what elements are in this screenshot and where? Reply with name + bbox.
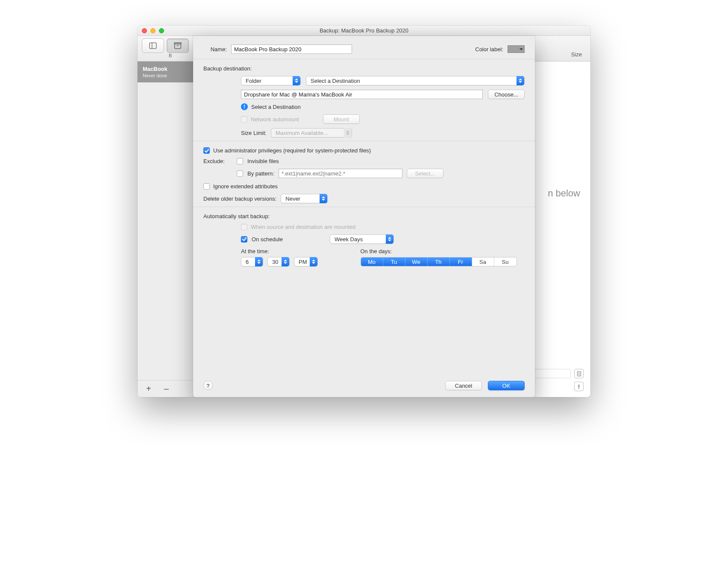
invisible-files-checkbox[interactable] (237, 158, 243, 164)
settings-sheet: Name: Color label: Backup destination: F… (193, 36, 535, 397)
behind-text-fragment: n below (548, 188, 580, 199)
svg-rect-2 (175, 44, 181, 49)
sheet-footer: ? Cancel OK (193, 381, 535, 390)
on-days-label: On the days: (361, 248, 517, 254)
on-schedule-label: On schedule (252, 236, 283, 243)
ok-button[interactable]: OK (488, 381, 525, 390)
note-icon-button[interactable] (574, 369, 584, 378)
destination-type-value: Folder (246, 78, 261, 84)
toolbar-layout-button-1[interactable] (142, 38, 164, 53)
schedule-type-select[interactable]: Week Days (330, 234, 394, 244)
choose-button[interactable]: Choose... (488, 90, 525, 99)
svg-rect-3 (174, 43, 182, 44)
svg-rect-0 (150, 43, 156, 49)
when-mounted-checkbox (241, 224, 247, 230)
delete-older-select[interactable]: Never (281, 194, 328, 203)
ampm-select[interactable]: PM (294, 257, 318, 266)
delete-older-value: Never (285, 196, 300, 202)
sidebar-icon (149, 42, 157, 50)
day-tu[interactable]: Tu (383, 257, 405, 266)
destination-type-select[interactable]: Folder (241, 76, 301, 85)
day-fr[interactable]: Fr (450, 257, 472, 266)
days-selector: Mo Tu We Th Fr Sa Su (361, 257, 517, 266)
day-th[interactable]: Th (428, 257, 450, 266)
at-time-label: At the time: (241, 248, 318, 254)
mount-button: Mount (323, 114, 360, 124)
toolbar-segment-label: B (169, 53, 172, 58)
pattern-select-button: Select... (407, 169, 443, 178)
admin-privileges-checkbox[interactable] (203, 147, 210, 154)
color-label: Color label: (475, 46, 503, 53)
day-su[interactable]: Su (494, 257, 517, 266)
cancel-button[interactable]: Cancel (445, 381, 482, 390)
add-button[interactable]: + (146, 384, 151, 394)
day-sa[interactable]: Sa (472, 257, 494, 266)
backup-destination-title: Backup destination: (203, 65, 525, 72)
document-icon (576, 371, 582, 377)
by-pattern-checkbox[interactable] (237, 170, 243, 177)
hour-select[interactable]: 6 (241, 257, 263, 266)
admin-privileges-label: Use administrator privileges (required f… (213, 147, 371, 154)
name-input[interactable] (231, 44, 352, 54)
pattern-input[interactable] (279, 169, 402, 178)
day-we[interactable]: We (405, 257, 428, 266)
column-header-size: Size (571, 51, 582, 58)
network-automount-label: Network automount (251, 116, 299, 123)
network-automount-checkbox (241, 116, 247, 123)
day-mo[interactable]: Mo (361, 257, 383, 266)
destination-select[interactable]: Select a Destination (306, 76, 525, 85)
ignore-xattr-label: Ignore extended attributes (213, 183, 278, 190)
destination-path-field[interactable] (241, 90, 483, 99)
minute-select[interactable]: 30 (267, 257, 290, 266)
remove-button[interactable]: – (164, 384, 169, 394)
auto-start-title: Automatically start backup: (203, 213, 525, 219)
name-label: Name: (203, 46, 227, 53)
invisible-files-label: Invisible files (247, 158, 279, 164)
delete-older-label: Delete older backup versions: (203, 196, 276, 202)
when-mounted-label: When source and destination are mounted (251, 224, 355, 230)
title-bar: Backup: MacBook Pro Backup 2020 (138, 26, 590, 36)
by-pattern-label: By pattern: (247, 170, 274, 177)
window-title: Backup: MacBook Pro Backup 2020 (138, 27, 590, 34)
exclude-label: Exclude: (203, 158, 232, 164)
help-button[interactable]: ? (203, 381, 213, 390)
on-schedule-checkbox[interactable] (241, 236, 247, 243)
color-label-picker[interactable] (508, 45, 525, 53)
schedule-type-value: Week Days (335, 236, 363, 243)
info-icon: ! (241, 103, 248, 110)
main-window: Backup: MacBook Pro Backup 2020 B Size n… (138, 26, 590, 397)
size-limit-label: Size Limit: (241, 130, 267, 136)
size-limit-value: Maximum Available... (276, 130, 328, 136)
right-icons: ! (574, 369, 584, 391)
info-text: Select a Destination (251, 104, 301, 110)
destination-select-value: Select a Destination (311, 78, 360, 84)
toolbar-layout-button-2[interactable] (167, 38, 189, 53)
ignore-xattr-checkbox[interactable] (203, 183, 210, 190)
size-limit-select: Maximum Available... (271, 128, 352, 137)
archive-icon (174, 42, 182, 50)
alert-icon-button[interactable]: ! (574, 382, 584, 391)
